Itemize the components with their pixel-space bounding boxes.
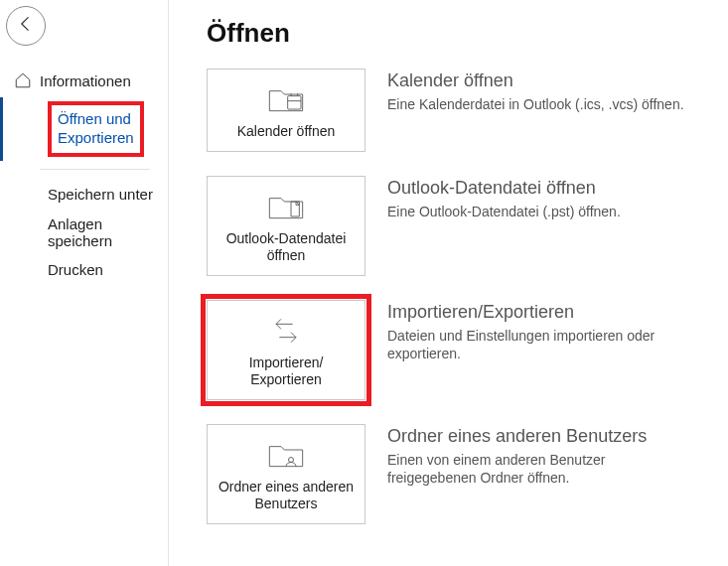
option-import-export: Importieren/ Exportieren Importieren/Exp… <box>207 300 710 400</box>
tile-label: Outlook-Datendatei öffnen <box>214 230 359 265</box>
option-desc: Dateien und Einstellungen importieren od… <box>387 327 685 364</box>
option-desc: Einen von einem anderen Benutzer freigeg… <box>387 451 685 489</box>
back-button[interactable] <box>6 6 46 46</box>
tile-open-calendar[interactable]: Kalender öffnen <box>207 69 365 152</box>
nav-item-label: Öffnen und Exportieren <box>48 101 144 157</box>
nav-item-label: Anlagen speichern <box>48 215 112 249</box>
option-desc: Eine Outlook-Datendatei (.pst) öffnen. <box>387 203 685 221</box>
nav-item-save-attachments[interactable]: Anlagen speichern <box>0 212 168 253</box>
svg-point-1 <box>289 457 294 462</box>
nav-item-info[interactable]: Informationen <box>0 64 168 97</box>
option-title: Outlook-Datendatei öffnen <box>387 178 710 199</box>
arrow-left-icon <box>16 14 36 38</box>
tile-import-export[interactable]: Importieren/ Exportieren <box>207 300 365 400</box>
tile-label: Importieren/ Exportieren <box>249 354 324 389</box>
shared-folder-icon <box>266 437 306 473</box>
data-file-folder-icon <box>266 189 306 224</box>
option-open-calendar: Kalender öffnen Kalender öffnen Eine Kal… <box>207 69 710 152</box>
option-text: Kalender öffnen Eine Kalenderdatei in Ou… <box>387 69 710 114</box>
nav-item-open-export[interactable]: Öffnen und Exportieren <box>0 97 168 161</box>
backstage-nav: Informationen Öffnen und Exportieren Spe… <box>0 64 168 287</box>
import-export-icon <box>266 313 306 349</box>
nav-item-label: Informationen <box>40 72 131 89</box>
option-other-user-folder: Ordner eines anderen Benutzers Ordner ei… <box>207 424 710 524</box>
nav-item-print[interactable]: Drucken <box>0 253 168 287</box>
tile-label: Kalender öffnen <box>237 123 336 141</box>
backstage-main: Öffnen Kalender öffnen Kalender öffnen E… <box>169 0 728 566</box>
option-text: Importieren/Exportieren Dateien und Eins… <box>387 300 710 364</box>
option-open-data-file: Outlook-Datendatei öffnen Outlook-Datend… <box>207 176 710 276</box>
tile-other-user-folder[interactable]: Ordner eines anderen Benutzers <box>207 424 365 524</box>
calendar-folder-icon <box>266 81 306 117</box>
option-text: Outlook-Datendatei öffnen Eine Outlook-D… <box>387 176 710 221</box>
tile-label: Ordner eines anderen Benutzers <box>214 479 359 513</box>
option-title: Ordner eines anderen Benutzers <box>387 426 710 447</box>
option-title: Kalender öffnen <box>387 71 710 91</box>
option-text: Ordner eines anderen Benutzers Einen von… <box>387 424 710 489</box>
option-title: Importieren/Exportieren <box>387 302 710 323</box>
tile-open-data-file[interactable]: Outlook-Datendatei öffnen <box>207 176 365 276</box>
nav-item-save-as[interactable]: Speichern unter <box>0 178 168 212</box>
backstage-sidebar: Informationen Öffnen und Exportieren Spe… <box>0 0 169 566</box>
page-title: Öffnen <box>207 18 710 49</box>
nav-divider <box>40 169 150 170</box>
option-desc: Eine Kalenderdatei in Outlook (.ics, .vc… <box>387 95 685 114</box>
nav-item-label: Speichern unter <box>48 186 153 203</box>
nav-item-label: Drucken <box>48 261 103 278</box>
home-icon <box>14 71 32 89</box>
svg-rect-0 <box>288 96 301 109</box>
